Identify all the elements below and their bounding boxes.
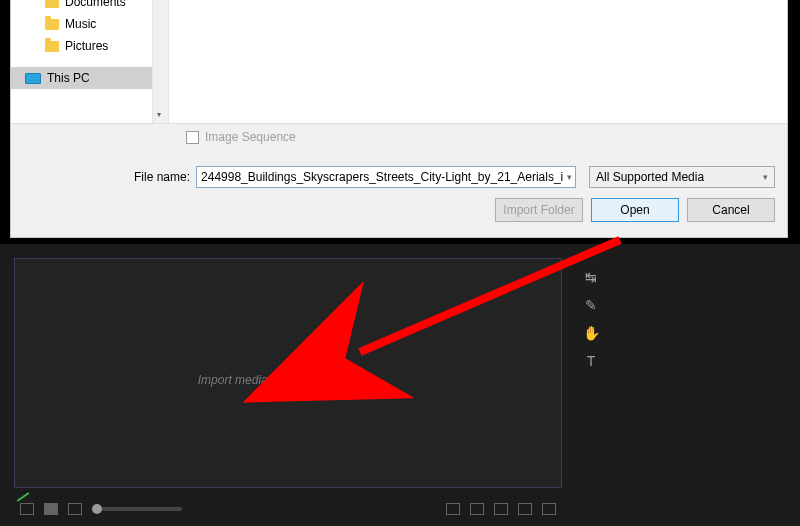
sidebar-item-music[interactable]: Music bbox=[11, 13, 168, 35]
chevron-down-icon[interactable]: ▾ bbox=[563, 172, 572, 182]
razor-icon[interactable]: ✎ bbox=[582, 296, 600, 314]
sidebar-item-pictures[interactable]: Pictures bbox=[11, 35, 168, 57]
premiere-workspace: Import media to start ↹ ✎ ✋ T bbox=[0, 244, 800, 526]
image-sequence-option[interactable]: Image Sequence bbox=[186, 130, 296, 144]
import-hint-text: Import media to start bbox=[198, 373, 308, 387]
zoom-slider[interactable] bbox=[92, 507, 182, 511]
ripple-edit-icon[interactable]: ↹ bbox=[582, 268, 600, 286]
folder-icon bbox=[45, 0, 59, 8]
filename-input[interactable]: 244998_Buildings_Skyscrapers_Streets_Cit… bbox=[196, 166, 576, 188]
folder-icon bbox=[45, 41, 59, 52]
project-panel[interactable]: Import media to start bbox=[14, 258, 562, 488]
file-list-pane[interactable] bbox=[169, 0, 787, 123]
hand-icon[interactable]: ✋ bbox=[582, 324, 600, 342]
sidebar-item-label: Pictures bbox=[65, 39, 108, 53]
pc-icon bbox=[25, 73, 41, 84]
list-view-icon[interactable] bbox=[20, 503, 34, 515]
clear-icon[interactable] bbox=[542, 503, 556, 515]
file-open-dialog: Documents Music Pictures This PC ▾ Image… bbox=[10, 0, 788, 238]
sidebar-scrollbar[interactable]: ▾ bbox=[152, 0, 168, 123]
sidebar-item-this-pc[interactable]: This PC bbox=[11, 67, 168, 89]
automate-icon[interactable] bbox=[446, 503, 460, 515]
new-item-icon[interactable] bbox=[518, 503, 532, 515]
dialog-bottom-bar: Image Sequence File name: 244998_Buildin… bbox=[11, 123, 787, 237]
import-folder-button: Import Folder bbox=[495, 198, 583, 222]
file-type-select[interactable]: All Supported Media ▾ bbox=[589, 166, 775, 188]
sidebar-item-label: Music bbox=[65, 17, 96, 31]
type-tool-icon[interactable]: T bbox=[582, 352, 600, 370]
freeform-view-icon[interactable] bbox=[68, 503, 82, 515]
open-button[interactable]: Open bbox=[591, 198, 679, 222]
folder-icon bbox=[45, 19, 59, 30]
sidebar-item-label: This PC bbox=[47, 71, 90, 85]
new-bin-icon[interactable] bbox=[494, 503, 508, 515]
sidebar-item-label: Documents bbox=[65, 0, 126, 9]
chevron-down-icon: ▾ bbox=[763, 172, 768, 182]
filename-value: 244998_Buildings_Skyscrapers_Streets_Cit… bbox=[201, 170, 563, 184]
find-icon[interactable] bbox=[470, 503, 484, 515]
tools-column: ↹ ✎ ✋ T bbox=[578, 258, 604, 380]
chevron-down-icon: ▾ bbox=[157, 110, 161, 119]
image-sequence-label: Image Sequence bbox=[205, 130, 296, 144]
icon-view-icon[interactable] bbox=[44, 503, 58, 515]
filename-label: File name: bbox=[134, 170, 190, 184]
project-panel-footer bbox=[14, 498, 562, 520]
folder-tree-sidebar: Documents Music Pictures This PC ▾ bbox=[11, 0, 169, 123]
cancel-button[interactable]: Cancel bbox=[687, 198, 775, 222]
file-type-value: All Supported Media bbox=[596, 170, 704, 184]
sidebar-item-documents[interactable]: Documents bbox=[11, 0, 168, 13]
checkbox-icon[interactable] bbox=[186, 131, 199, 144]
